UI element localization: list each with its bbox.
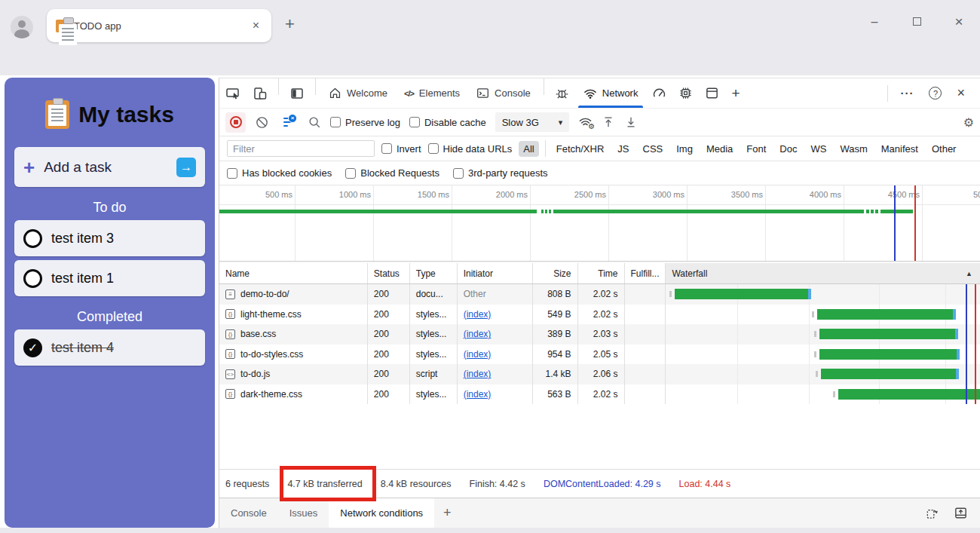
third-party-requests-checkbox[interactable]: 3rd-party requests [453, 167, 548, 179]
preserve-log-checkbox[interactable]: Preserve log [330, 117, 400, 128]
more-tabs-button[interactable]: + [725, 78, 746, 108]
clear-network-log-button[interactable] [255, 115, 269, 130]
filter-toggle-button[interactable]: × [278, 112, 299, 133]
column-header-waterfall[interactable]: Waterfall▲ [666, 263, 980, 283]
filter-type-media[interactable]: Media [702, 141, 737, 157]
task-label: test item 1 [51, 271, 114, 286]
task-checkbox[interactable] [23, 229, 42, 248]
timeline-tick-label: 1500 ms [418, 190, 449, 199]
summary-load: Load: 4.44 s [679, 479, 731, 489]
tab-welcome[interactable]: Welcome [320, 78, 396, 108]
throttling-select[interactable]: Slow 3G▾ [495, 112, 570, 132]
network-settings-gear-icon[interactable]: ⚙ [963, 115, 974, 130]
add-task-field[interactable]: + Add a task → [14, 147, 205, 187]
issues-bug-icon[interactable] [549, 78, 575, 108]
dock-side-icon[interactable] [283, 78, 311, 108]
import-har-button[interactable] [624, 115, 638, 129]
drawer-tab-issues[interactable]: Issues [278, 498, 329, 528]
filter-input[interactable] [227, 140, 375, 157]
task-item-completed[interactable]: ✓ test item 4 [14, 329, 205, 366]
profile-avatar[interactable] [11, 16, 33, 38]
devtools-panel: Welcome </> Elements Console Network + [219, 78, 980, 528]
inspect-element-icon[interactable] [219, 78, 247, 108]
expand-panel-icon[interactable] [954, 506, 968, 520]
filter-type-doc[interactable]: Doc [775, 141, 801, 157]
initiator-link[interactable]: (index) [464, 309, 492, 320]
request-row-dark-theme-css[interactable]: {}dark-theme.css 200 styles... (index) 5… [219, 384, 980, 405]
record-network-log-button[interactable] [225, 112, 246, 133]
waterfall-cell [666, 284, 980, 305]
window-minimize-button[interactable]: – [853, 15, 896, 29]
column-header-fulfilled[interactable]: Fulfill... [625, 263, 666, 283]
device-emulation-icon[interactable] [247, 78, 274, 108]
column-header-type[interactable]: Type [410, 263, 458, 283]
drawer-tab-console[interactable]: Console [219, 498, 278, 528]
task-checkbox-checked[interactable]: ✓ [23, 338, 42, 357]
tab-elements[interactable]: </> Elements [396, 78, 468, 108]
initiator-link[interactable]: (index) [464, 369, 492, 379]
filter-type-ws[interactable]: WS [806, 141, 831, 157]
devtools-menu-button[interactable]: ··· [893, 87, 921, 100]
window-close-button[interactable]: × [938, 14, 980, 30]
filter-badge-icon: × [288, 114, 297, 123]
filter-type-fetch-xhr[interactable]: Fetch/XHR [552, 141, 609, 157]
tab-favicon-clipboard-icon [56, 20, 66, 32]
summary-domcontentloaded: DOMContentLoaded: 4.29 s [544, 479, 661, 489]
filter-type-img[interactable]: Img [672, 141, 697, 157]
add-task-submit-button[interactable]: → [176, 158, 196, 177]
filter-type-font[interactable]: Font [742, 141, 770, 157]
browser-tab[interactable]: TODO app × [47, 9, 271, 42]
rotate-device-icon[interactable] [925, 506, 940, 520]
window-maximize-button[interactable] [896, 15, 938, 29]
request-row-to-do-js[interactable]: <>to-do.js 200 script (index) 1.4 kB 2.0… [219, 364, 980, 384]
initiator-link[interactable]: (index) [464, 329, 492, 339]
column-header-status[interactable]: Status [368, 263, 410, 283]
column-header-name[interactable]: Name [219, 263, 368, 283]
filter-type-other[interactable]: Other [927, 141, 961, 157]
task-item[interactable]: test item 3 [14, 220, 205, 256]
column-header-time[interactable]: Time [578, 263, 625, 283]
request-row-light-theme-css[interactable]: {}light-theme.css 200 styles... (index) … [219, 305, 980, 325]
tab-console[interactable]: Console [468, 78, 539, 108]
task-checkbox[interactable] [23, 269, 42, 288]
filter-type-js[interactable]: JS [613, 141, 633, 157]
memory-icon[interactable] [672, 78, 699, 108]
invert-checkbox[interactable]: Invert [381, 143, 421, 155]
application-icon[interactable] [699, 78, 725, 108]
hide-data-urls-checkbox[interactable]: Hide data URLs [428, 143, 513, 155]
task-item[interactable]: test item 1 [14, 260, 205, 296]
task-label: test item 4 [51, 340, 114, 356]
request-row-demo-to-do[interactable]: ≡demo-to-do/ 200 docu... Other 808 B 2.0… [219, 284, 980, 305]
disable-cache-checkbox[interactable]: Disable cache [409, 117, 486, 128]
filter-type-wasm[interactable]: Wasm [835, 141, 871, 157]
blocked-requests-checkbox[interactable]: Blocked Requests [345, 167, 439, 179]
devtools-close-button[interactable]: × [949, 85, 972, 101]
browser-navbar: ← ↻ https://microsoftedge.github.io/Demo… [0, 44, 980, 75]
timeline-tick-label: 5000 ms [973, 190, 980, 199]
filter-type-css[interactable]: CSS [639, 141, 668, 157]
search-button[interactable] [308, 115, 321, 129]
filter-type-manifest[interactable]: Manifest [877, 141, 923, 157]
initiator-link[interactable]: (index) [464, 349, 492, 360]
network-conditions-button[interactable]: ⚙ [578, 116, 593, 128]
stylesheet-icon: {} [225, 309, 235, 319]
filter-type-all[interactable]: All [519, 141, 538, 157]
help-button[interactable]: ? [929, 87, 942, 100]
drawer-more-tools-button[interactable]: + [434, 498, 461, 528]
tab-network[interactable]: Network [575, 78, 647, 108]
waterfall-cell [666, 305, 980, 325]
new-tab-button[interactable]: + [285, 17, 295, 32]
has-blocked-cookies-checkbox[interactable]: Has blocked cookies [227, 167, 332, 179]
network-overview-timeline[interactable]: 500 ms1000 ms1500 ms2000 ms2500 ms3000 m… [219, 185, 980, 262]
export-har-button[interactable] [602, 115, 615, 129]
tab-close-icon[interactable]: × [250, 19, 262, 32]
column-header-size[interactable]: Size [533, 263, 578, 283]
drawer-tab-network-conditions[interactable]: Network conditions [329, 498, 434, 528]
request-row-base-css[interactable]: {}base.css 200 styles... (index) 389 B 2… [219, 324, 980, 345]
initiator-link[interactable]: (index) [464, 389, 492, 400]
request-row-to-do-styles-css[interactable]: {}to-do-styles.css 200 styles... (index)… [219, 345, 980, 365]
script-icon: <> [225, 369, 235, 379]
performance-icon[interactable] [646, 78, 672, 108]
network-summary-bar: 6 requests 4.7 kB transferred 8.4 kB res… [219, 469, 980, 498]
column-header-initiator[interactable]: Initiator [458, 263, 533, 283]
